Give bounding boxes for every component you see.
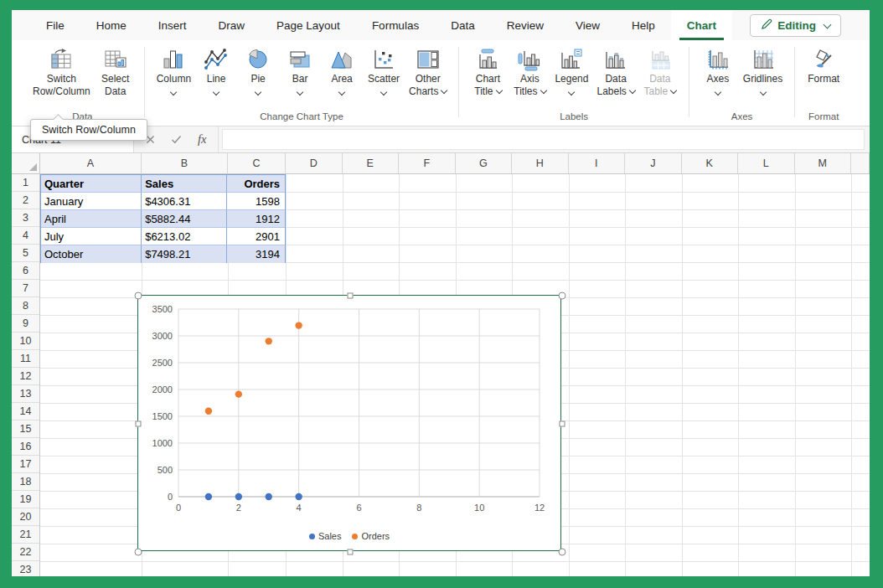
column-header-k[interactable]: K — [682, 153, 739, 173]
column-header-e[interactable]: E — [343, 153, 400, 173]
data-point-sales[interactable] — [266, 493, 272, 500]
row-header-19[interactable]: 19 — [12, 491, 39, 508]
gridlines-button[interactable]: Gridlines — [739, 44, 787, 96]
menu-tab-file[interactable]: File — [30, 10, 80, 40]
cell[interactable]: $7498.21 — [142, 245, 227, 263]
pie-button[interactable]: Pie — [237, 44, 279, 96]
data-point-orders[interactable] — [235, 390, 242, 397]
row-header-14[interactable]: 14 — [12, 403, 39, 420]
cell[interactable]: Sales — [142, 175, 227, 193]
cell[interactable]: April — [41, 210, 142, 228]
format-button[interactable]: Format — [803, 44, 844, 87]
confirm-icon[interactable] — [171, 132, 182, 147]
chart-resize-handle[interactable] — [560, 421, 565, 427]
menu-tab-review[interactable]: Review — [491, 10, 560, 40]
row-header-18[interactable]: 18 — [12, 473, 39, 491]
row-header-1[interactable]: 1 — [12, 174, 39, 192]
menu-tab-formulas[interactable]: Formulas — [356, 10, 435, 40]
legend-button[interactable]: Legend — [550, 44, 592, 96]
chart-resize-handle[interactable] — [559, 292, 566, 300]
data-point-sales[interactable] — [205, 493, 212, 500]
cell[interactable]: $6213.02 — [142, 228, 227, 245]
cell[interactable]: 2901 — [227, 228, 285, 245]
area-button[interactable]: Area — [321, 44, 363, 96]
other-charts-button[interactable]: OtherCharts — [405, 44, 451, 99]
row-header-23[interactable]: 23 — [12, 561, 39, 576]
formula-input[interactable] — [222, 129, 865, 150]
scatter-button[interactable]: Scatter — [363, 44, 405, 96]
cell[interactable]: 1912 — [227, 210, 285, 228]
row-header-12[interactable]: 12 — [12, 368, 39, 385]
row-header-11[interactable]: 11 — [12, 350, 39, 368]
switch-row-column-button[interactable]: SwitchRow/Column — [28, 44, 95, 99]
cell[interactable]: $4306.31 — [142, 193, 227, 210]
data-point-sales[interactable] — [235, 493, 242, 500]
cell[interactable]: 1598 — [227, 193, 285, 210]
row-header-8[interactable]: 8 — [12, 297, 39, 315]
axes-button[interactable]: Axes — [697, 44, 739, 96]
row-header-21[interactable]: 21 — [12, 526, 39, 544]
row-header-22[interactable]: 22 — [12, 544, 39, 561]
cell[interactable]: 3194 — [227, 245, 285, 263]
menu-tab-view[interactable]: View — [560, 10, 616, 40]
legend-entry-orders[interactable]: Orders — [352, 531, 390, 541]
menu-tab-home[interactable]: Home — [80, 10, 142, 40]
column-header-i[interactable]: I — [569, 153, 626, 173]
menu-tab-help[interactable]: Help — [616, 10, 671, 40]
row-header-10[interactable]: 10 — [12, 333, 39, 350]
row-header-6[interactable]: 6 — [12, 262, 39, 280]
line-button[interactable]: Line — [195, 44, 237, 96]
embedded-scatter-chart[interactable]: 0500100015002000250030003500024681012 Sa… — [137, 295, 561, 551]
chart-resize-handle[interactable] — [348, 293, 354, 299]
row-header-4[interactable]: 4 — [12, 227, 39, 245]
menu-tab-insert[interactable]: Insert — [142, 10, 203, 40]
cell[interactable]: October — [41, 245, 142, 263]
chart-resize-handle[interactable] — [348, 549, 354, 555]
menu-tab-data[interactable]: Data — [435, 10, 491, 40]
column-header-l[interactable]: L — [738, 153, 795, 173]
select-data-button[interactable]: SelectData — [95, 44, 137, 99]
row-header-15[interactable]: 15 — [12, 420, 39, 438]
column-header-b[interactable]: B — [142, 153, 228, 173]
select-all-corner[interactable] — [12, 153, 40, 173]
data-point-sales[interactable] — [295, 493, 302, 500]
row-header-17[interactable]: 17 — [12, 456, 39, 473]
data-point-orders[interactable] — [295, 322, 302, 328]
column-header-d[interactable]: D — [286, 153, 343, 173]
data-point-orders[interactable] — [266, 338, 272, 344]
column-header-a[interactable]: A — [40, 153, 142, 173]
row-header-20[interactable]: 20 — [12, 508, 39, 526]
cell[interactable]: January — [41, 193, 142, 210]
chart-resize-handle[interactable] — [136, 421, 142, 427]
bar-button[interactable]: Bar — [279, 44, 321, 96]
row-header-13[interactable]: 13 — [12, 385, 39, 403]
column-header-m[interactable]: M — [795, 153, 852, 173]
menu-tab-page-layout[interactable]: Page Layout — [261, 10, 356, 40]
chart-title-button[interactable]: ChartTitle — [467, 44, 509, 99]
row-header-9[interactable]: 9 — [12, 315, 39, 333]
row-header-3[interactable]: 3 — [12, 209, 39, 227]
column-header-h[interactable]: H — [512, 153, 569, 173]
column-button[interactable]: Column — [152, 44, 195, 96]
data-point-orders[interactable] — [205, 408, 212, 415]
cell[interactable]: Orders — [227, 175, 285, 193]
legend-entry-sales[interactable]: Sales — [309, 531, 342, 541]
cell[interactable]: Quarter — [41, 175, 142, 193]
data-labels-button[interactable]: DataLabels — [592, 44, 638, 99]
column-header-j[interactable]: J — [625, 153, 682, 173]
row-header-7[interactable]: 7 — [12, 280, 39, 297]
row-header-16[interactable]: 16 — [12, 438, 39, 456]
cell[interactable]: $5882.44 — [142, 210, 227, 228]
menu-tab-draw[interactable]: Draw — [203, 10, 261, 40]
column-header-f[interactable]: F — [399, 153, 456, 173]
menu-tab-chart[interactable]: Chart — [671, 10, 732, 40]
column-header-c[interactable]: C — [228, 153, 286, 173]
cell[interactable]: July — [41, 228, 142, 245]
column-header-partial[interactable] — [851, 153, 870, 173]
row-header-5[interactable]: 5 — [12, 245, 39, 262]
insert-function-icon[interactable]: fx — [198, 132, 206, 147]
chart-resize-handle[interactable] — [559, 549, 566, 556]
chart-resize-handle[interactable] — [135, 292, 142, 300]
chart-resize-handle[interactable] — [135, 549, 142, 556]
axis-titles-button[interactable]: AxisTitles — [509, 44, 550, 99]
